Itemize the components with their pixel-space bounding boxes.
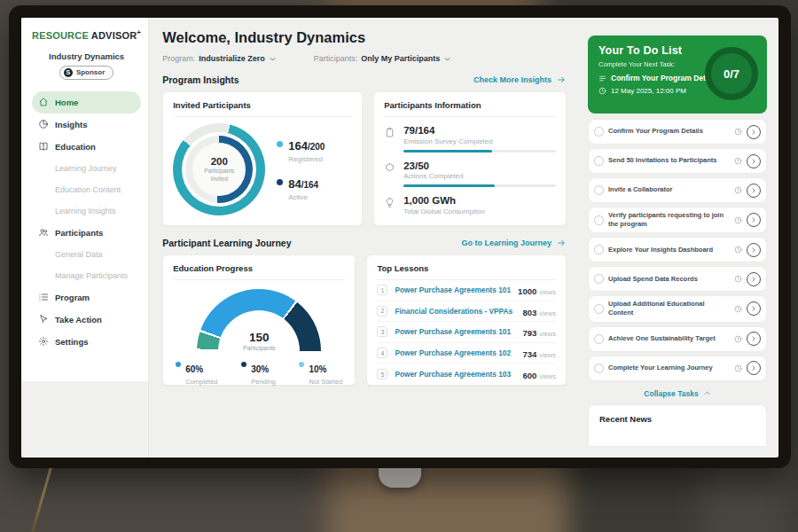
task-checkbox[interactable] bbox=[594, 185, 604, 195]
gear-icon bbox=[38, 336, 49, 347]
task-open-button[interactable] bbox=[747, 154, 761, 168]
task-upload-spend-data[interactable]: Upload Spend Data Records bbox=[588, 266, 767, 292]
task-checkbox[interactable] bbox=[594, 245, 604, 254]
sidebar-item-take-action[interactable]: Take Action bbox=[32, 309, 141, 331]
legend-completed: 60% Completed bbox=[176, 360, 217, 386]
task-checkbox[interactable] bbox=[594, 215, 604, 225]
lesson-link[interactable]: Power Purchase Agreements 101 bbox=[395, 286, 511, 294]
todo-panel: Your To Do List Complete Your Next Task:… bbox=[578, 18, 778, 458]
lesson-link[interactable]: Power Purchase Agreements 101 bbox=[395, 327, 515, 336]
sponsor-badge[interactable]: S Sponsor bbox=[59, 66, 113, 80]
app-logo: RESOURCE ADVISOR+ bbox=[32, 28, 141, 41]
task-checkbox[interactable] bbox=[594, 364, 604, 373]
task-verify-participants[interactable]: Verify participants requesting to join t… bbox=[588, 207, 767, 233]
lesson-link[interactable]: Financial Considerations - VPPAs bbox=[395, 307, 515, 316]
task-open-button[interactable] bbox=[747, 361, 761, 375]
chevron-up-icon bbox=[703, 389, 711, 397]
todo-header-card: Your To Do List Complete Your Next Task:… bbox=[588, 35, 767, 113]
top-lessons-card: Top Lessons 1 Power Purchase Agreements … bbox=[366, 254, 567, 386]
lesson-link[interactable]: Power Purchase Agreements 102 bbox=[395, 348, 515, 357]
sidebar-item-education[interactable]: Education bbox=[32, 136, 141, 158]
sidebar-item-learning-insights[interactable]: Learning Insights bbox=[32, 200, 141, 222]
task-achieve-sustainability-target[interactable]: Achieve One Sustainability Target bbox=[588, 326, 767, 352]
legend-active: 84/164 Active bbox=[277, 176, 325, 201]
sidebar-item-education-content[interactable]: Education Content bbox=[32, 179, 141, 200]
recent-news-title: Recent News bbox=[599, 414, 652, 424]
task-send-invitations[interactable]: Send 50 Invitations to Participants bbox=[588, 148, 767, 174]
lesson-link[interactable]: Power Purchase Agreements 103 bbox=[395, 370, 515, 379]
task-confirm-program-details[interactable]: Confirm Your Program Details bbox=[588, 119, 767, 145]
list-icon bbox=[38, 292, 49, 302]
task-open-button[interactable] bbox=[747, 301, 761, 316]
sidebar-item-settings[interactable]: Settings bbox=[32, 331, 141, 353]
insights-icon bbox=[38, 119, 49, 129]
task-open-button[interactable] bbox=[747, 184, 761, 198]
task-open-button[interactable] bbox=[747, 125, 761, 139]
task-checkbox[interactable] bbox=[594, 304, 604, 314]
participants-filter-dropdown[interactable]: Participants: Only My Participants bbox=[314, 54, 452, 63]
learning-journey-header: Participant Learning Journey Go to Learn… bbox=[162, 238, 567, 248]
task-invite-collaborator[interactable]: Invite a Collaborator bbox=[588, 177, 767, 203]
task-open-button[interactable] bbox=[747, 243, 761, 257]
survey-row: 79/164 Emission Survey Completed bbox=[384, 125, 556, 153]
task-upload-educational-content[interactable]: Upload Additional Educational Content bbox=[588, 295, 767, 322]
task-open-button[interactable] bbox=[747, 332, 761, 346]
education-progress-card: Education Progress 150 Participants bbox=[162, 254, 356, 386]
book-icon bbox=[38, 141, 49, 152]
legend-dot bbox=[277, 141, 283, 147]
lesson-row: 4 Power Purchase Agreements 102 734views bbox=[377, 343, 556, 364]
task-checkbox[interactable] bbox=[594, 156, 604, 166]
logo-secondary: ADVISOR+ bbox=[91, 30, 141, 41]
sponsor-badge-label: Sponsor bbox=[76, 68, 105, 76]
insights-cards-row: Invited Participants 200 Participants In… bbox=[162, 91, 567, 226]
consumption-row: 1,000 GWh Total Global Consumption bbox=[384, 195, 556, 215]
program-filter-dropdown[interactable]: Program: Industrialize Zero bbox=[162, 54, 277, 63]
check-more-insights-link[interactable]: Check More Insights bbox=[473, 75, 567, 84]
task-checkbox[interactable] bbox=[594, 127, 604, 137]
sidebar-item-general-data[interactable]: General Data bbox=[32, 244, 141, 265]
sidebar-item-home[interactable]: Home bbox=[32, 91, 141, 113]
recent-news-card: Recent News bbox=[588, 404, 767, 447]
sidebar-item-participants[interactable]: Participants bbox=[32, 222, 141, 244]
monitor-frame: RESOURCE ADVISOR+ Industry Dynamics S Sp… bbox=[9, 5, 791, 468]
clock-icon bbox=[734, 216, 742, 224]
cursor-action-icon bbox=[38, 314, 49, 325]
card-title: Invited Participants bbox=[173, 100, 352, 117]
list-icon bbox=[598, 74, 606, 82]
chevron-right-icon bbox=[750, 158, 757, 165]
invited-donut-inner: 200 Participants Invited bbox=[185, 136, 253, 203]
clock-icon bbox=[734, 305, 742, 313]
clock-icon bbox=[734, 128, 742, 136]
chevron-down-icon bbox=[443, 55, 451, 63]
hexagon-icon bbox=[384, 162, 395, 174]
sidebar-item-program[interactable]: Program bbox=[32, 286, 141, 309]
collapse-tasks-link[interactable]: Collapse Tasks bbox=[588, 389, 767, 398]
chevron-right-icon bbox=[750, 276, 757, 283]
task-checkbox[interactable] bbox=[594, 334, 604, 344]
sidebar-nav: Home Insights Education Learning Journey… bbox=[32, 91, 141, 353]
actions-row: 23/50 Actions Completed bbox=[384, 160, 556, 188]
arrow-right-icon bbox=[556, 75, 567, 84]
sidebar: RESOURCE ADVISOR+ Industry Dynamics S Sp… bbox=[21, 18, 149, 458]
go-to-learning-journey-link[interactable]: Go to Learning Journey bbox=[461, 239, 567, 247]
survey-progress-bar bbox=[403, 150, 556, 153]
task-open-button[interactable] bbox=[747, 213, 761, 227]
chevron-right-icon bbox=[750, 335, 757, 342]
page-title: Welcome, Industry Dynamics bbox=[162, 29, 567, 46]
chevron-right-icon bbox=[750, 305, 757, 312]
sidebar-item-learning-journey[interactable]: Learning Journey bbox=[32, 158, 141, 179]
task-explore-insights[interactable]: Explore Your Insights Dashboard bbox=[588, 237, 767, 262]
clock-icon bbox=[734, 275, 742, 283]
task-open-button[interactable] bbox=[747, 272, 761, 286]
lesson-row: 5 Power Purchase Agreements 103 600views bbox=[377, 364, 556, 385]
card-title: Participants Information bbox=[384, 100, 556, 117]
todo-progress-ring: 0/7 bbox=[705, 47, 758, 100]
chevron-right-icon bbox=[750, 187, 757, 194]
legend-dot bbox=[277, 179, 283, 185]
sidebar-item-manage-participants[interactable]: Manage Participants bbox=[32, 265, 141, 286]
task-list: Confirm Your Program Details Send 50 Inv… bbox=[588, 119, 767, 381]
task-checkbox[interactable] bbox=[594, 274, 604, 284]
sidebar-item-insights[interactable]: Insights bbox=[32, 113, 141, 136]
education-gauge-chart: 150 Participants bbox=[197, 289, 321, 351]
task-complete-learning-journey[interactable]: Complete Your Learning Journey bbox=[588, 356, 767, 381]
